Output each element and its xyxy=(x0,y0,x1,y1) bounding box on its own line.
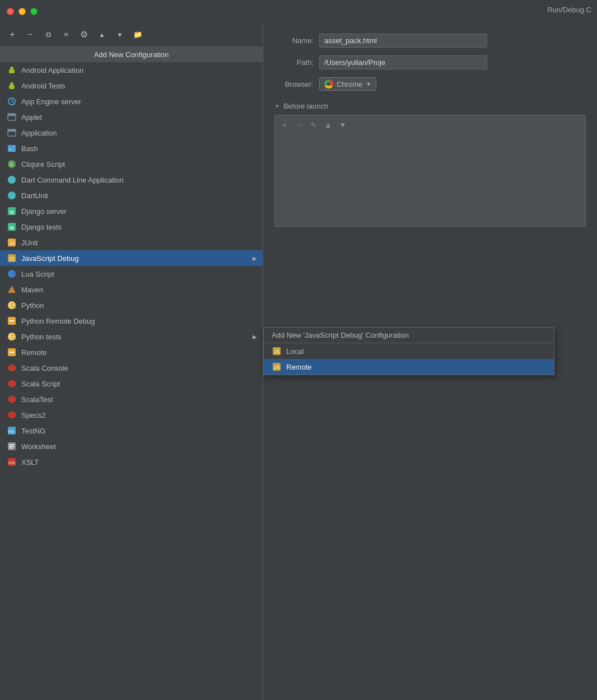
android-app-icon xyxy=(7,65,17,75)
toolbar: + − ⧉ ≡ ⚙ ▲ ▼ 📁 xyxy=(0,22,263,47)
config-item-scala-console[interactable]: Scala Console xyxy=(0,360,263,376)
svg-text:JS: JS xyxy=(274,349,280,354)
django-server-icon: dj xyxy=(7,206,17,216)
config-item-junit[interactable]: JUJUnit xyxy=(0,235,263,250)
up-arrow-icon: ▲ xyxy=(99,31,105,38)
config-item-django-server[interactable]: djDjango server xyxy=(0,203,263,219)
config-item-django-tests[interactable]: djDjango tests xyxy=(0,219,263,235)
clojure-script-label: Clojure Script xyxy=(21,160,65,169)
chrome-icon xyxy=(324,80,333,88)
lua-script-icon xyxy=(7,269,17,279)
config-item-python-remote-debug[interactable]: Python Remote Debug xyxy=(0,313,263,329)
browser-label: Browser: xyxy=(274,80,314,88)
scala-script-label: Scala Script xyxy=(21,380,60,388)
name-input[interactable] xyxy=(319,34,487,48)
svg-rect-28 xyxy=(10,320,14,321)
scalatest-icon xyxy=(7,394,17,404)
js-debug-label: JavaScript Debug xyxy=(21,254,79,263)
bash-label: Bash xyxy=(21,144,38,153)
move-down-button[interactable]: ▼ xyxy=(112,27,128,43)
config-item-dartunit[interactable]: DartUnit xyxy=(0,188,263,203)
clojure-script-icon: λ xyxy=(7,159,17,169)
dartunit-label: DartUnit xyxy=(21,192,48,200)
config-item-specs2[interactable]: Specs2 xyxy=(0,407,263,423)
config-item-python[interactable]: 🐍Python xyxy=(0,297,263,313)
svg-point-14 xyxy=(8,192,16,199)
svg-text:dj: dj xyxy=(10,209,13,214)
config-item-application[interactable]: Application xyxy=(0,125,263,141)
folder-button[interactable]: 📁 xyxy=(130,27,146,43)
settings-button[interactable]: ⚙ xyxy=(76,27,92,43)
add-config-button[interactable]: + xyxy=(4,27,20,43)
config-item-scala-script[interactable]: Scala Script xyxy=(0,376,263,391)
submenu-item-remote[interactable]: JSRemote xyxy=(264,359,554,375)
remove-config-button[interactable]: − xyxy=(22,27,38,43)
python-icon: 🐍 xyxy=(7,300,17,310)
config-item-maven[interactable]: Maven xyxy=(0,282,263,297)
config-item-testng[interactable]: NGTestNG xyxy=(0,423,263,438)
path-label: Path: xyxy=(274,58,314,67)
application-icon xyxy=(7,128,17,138)
copy-config-button[interactable]: ⧉ xyxy=(40,27,56,43)
submenu-remote-label: Remote xyxy=(286,363,312,371)
path-input[interactable] xyxy=(319,55,487,69)
copy-icon: ⧉ xyxy=(46,30,51,39)
lua-script-label: Lua Script xyxy=(21,270,54,278)
before-launch-header: ▼ Before launch xyxy=(274,102,586,110)
svg-point-13 xyxy=(8,176,16,184)
maximize-button[interactable] xyxy=(30,8,38,15)
config-item-bash[interactable]: >_Bash xyxy=(0,141,263,156)
config-item-android-tests[interactable]: Android Tests xyxy=(0,78,263,94)
android-app-label: Android Application xyxy=(21,66,83,74)
config-item-scalatest[interactable]: ScalaTest xyxy=(0,391,263,407)
config-list: Android ApplicationAndroid TestsApp Engi… xyxy=(0,62,263,700)
svg-text:🐍: 🐍 xyxy=(10,302,16,309)
junit-icon: JU xyxy=(7,237,17,248)
list-icon: ≡ xyxy=(64,30,68,39)
config-item-lua-script[interactable]: Lua Script xyxy=(0,266,263,282)
bl-down-button[interactable]: ▼ xyxy=(337,119,349,131)
config-item-applet[interactable]: Applet xyxy=(0,109,263,125)
config-item-android-app[interactable]: Android Application xyxy=(0,62,263,78)
bl-remove-button[interactable]: − xyxy=(293,119,305,131)
plus-icon: + xyxy=(10,30,15,40)
config-item-dart-cmdline[interactable]: Dart Command Line Application xyxy=(0,172,263,188)
config-item-js-debug[interactable]: JSJavaScript Debug xyxy=(0,250,263,266)
left-panel: + − ⧉ ≡ ⚙ ▲ ▼ 📁 Add New xyxy=(0,22,263,700)
submenu-item-local[interactable]: JSLocal xyxy=(264,343,554,359)
bl-up-button[interactable]: ▲ xyxy=(322,119,334,131)
maven-icon xyxy=(7,284,17,295)
move-up-button[interactable]: ▲ xyxy=(94,27,110,43)
config-item-remote[interactable]: Remote xyxy=(0,344,263,360)
titlebar: Run/Debug C xyxy=(0,0,597,22)
app-engine-icon xyxy=(7,96,17,106)
gear-icon: ⚙ xyxy=(80,29,88,40)
submenu-local-icon: JS xyxy=(272,346,282,356)
svg-marker-34 xyxy=(8,380,16,388)
svg-text:>_: >_ xyxy=(9,147,15,152)
bash-icon: >_ xyxy=(7,143,17,153)
svg-text:JS: JS xyxy=(274,365,280,370)
xslt-icon: XSL xyxy=(7,457,17,467)
close-button[interactable] xyxy=(7,8,14,15)
python-tests-icon: 🐍 xyxy=(7,332,17,342)
submenu-remote-icon: JS xyxy=(272,362,282,372)
testng-icon: NG xyxy=(7,426,17,436)
remote-icon xyxy=(7,347,17,357)
bl-edit-button[interactable]: ✎ xyxy=(307,119,320,131)
list-config-button[interactable]: ≡ xyxy=(58,27,74,43)
svg-rect-1 xyxy=(9,69,15,73)
django-tests-icon: dj xyxy=(7,222,17,232)
config-item-worksheet[interactable]: Worksheet xyxy=(0,438,263,454)
minimize-button[interactable] xyxy=(18,8,26,15)
config-item-app-engine[interactable]: App Engine server xyxy=(0,94,263,109)
config-item-clojure-script[interactable]: λClojure Script xyxy=(0,156,263,172)
junit-label: JUnit xyxy=(21,239,38,247)
path-row: Path: xyxy=(274,55,586,69)
config-item-xslt[interactable]: XSLXSLT xyxy=(0,454,263,470)
js-debug-icon: JS xyxy=(7,253,17,263)
browser-select[interactable]: Chrome ▼ xyxy=(319,77,376,91)
bl-add-button[interactable]: + xyxy=(278,119,291,131)
config-item-python-tests[interactable]: 🐍Python tests xyxy=(0,329,263,344)
traffic-lights xyxy=(7,8,38,15)
